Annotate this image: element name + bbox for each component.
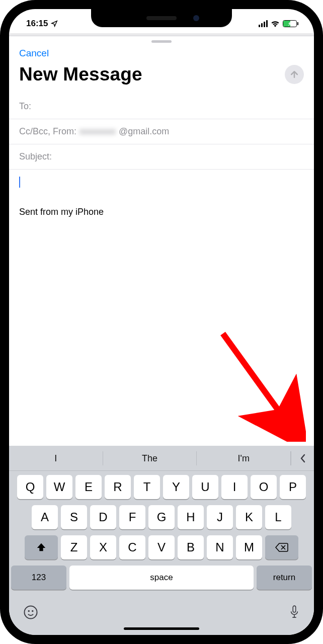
- numeric-key[interactable]: 123: [11, 566, 66, 590]
- text-cursor: [19, 177, 20, 188]
- volume-down-button: [0, 179, 1, 214]
- from-address-domain: @gmail.com: [119, 126, 169, 137]
- compose-title: New Message: [19, 64, 142, 85]
- key-d[interactable]: D: [90, 505, 116, 529]
- key-b[interactable]: B: [178, 535, 204, 559]
- cc-bcc-from-field[interactable]: Cc/Bcc, From: xxxxxxxx@gmail.com: [9, 119, 314, 144]
- predictive-collapse-button[interactable]: [291, 451, 314, 465]
- home-indicator[interactable]: [124, 627, 199, 630]
- signal-icon: [259, 20, 268, 27]
- svg-line-0: [223, 334, 288, 424]
- to-label: To:: [19, 101, 31, 112]
- key-y[interactable]: Y: [163, 475, 189, 499]
- status-time: 16:15: [26, 19, 48, 29]
- key-k[interactable]: K: [236, 505, 262, 529]
- key-q[interactable]: Q: [17, 475, 43, 499]
- delete-key[interactable]: [265, 535, 298, 559]
- send-button[interactable]: [285, 65, 304, 84]
- keyboard-bottom-row: [9, 598, 314, 621]
- return-key[interactable]: return: [257, 566, 312, 590]
- key-row-1: Q W E R T Y U I O P: [11, 475, 312, 499]
- key-j[interactable]: J: [207, 505, 233, 529]
- key-m[interactable]: M: [236, 535, 262, 559]
- backspace-icon: [275, 542, 288, 552]
- key-t[interactable]: T: [134, 475, 160, 499]
- signature-text: Sent from my iPhone: [19, 207, 304, 217]
- shift-key[interactable]: [25, 535, 58, 559]
- key-s[interactable]: S: [61, 505, 87, 529]
- key-i[interactable]: I: [221, 475, 248, 499]
- keyboard: I The I'm Q W E R T Y U I O P: [9, 446, 314, 635]
- key-l[interactable]: L: [265, 505, 291, 529]
- phone-frame: 16:15 ⚡︎ Cancel New Message To:: [0, 0, 323, 644]
- key-row-3: Z X C V B N M: [11, 535, 312, 559]
- key-w[interactable]: W: [46, 475, 72, 499]
- svg-point-1: [25, 606, 37, 619]
- prediction-3[interactable]: I'm: [197, 451, 291, 465]
- key-u[interactable]: U: [192, 475, 218, 499]
- message-body[interactable]: Sent from my iPhone: [9, 170, 314, 224]
- to-field[interactable]: To:: [9, 94, 314, 119]
- key-o[interactable]: O: [251, 475, 277, 499]
- key-g[interactable]: G: [148, 505, 175, 529]
- cc-bcc-from-label: Cc/Bcc, From:: [19, 126, 76, 137]
- key-c[interactable]: C: [119, 535, 145, 559]
- arrow-up-icon: [289, 69, 299, 79]
- volume-up-button: [0, 133, 1, 169]
- chevron-left-icon: [300, 454, 306, 463]
- shift-icon: [36, 542, 47, 553]
- predictive-bar: I The I'm: [9, 446, 314, 471]
- key-p[interactable]: P: [280, 475, 306, 499]
- svg-rect-4: [293, 606, 296, 612]
- notch: [91, 9, 232, 27]
- subject-label: Subject:: [19, 151, 52, 162]
- mute-switch: [0, 101, 1, 118]
- dictation-button[interactable]: [289, 605, 300, 621]
- key-row-2: A S D F G H J K L: [11, 505, 312, 529]
- key-e[interactable]: E: [75, 475, 102, 499]
- key-h[interactable]: H: [178, 505, 204, 529]
- wifi-icon: [271, 20, 280, 27]
- key-v[interactable]: V: [148, 535, 175, 559]
- emoji-button[interactable]: [23, 605, 38, 621]
- prediction-1[interactable]: I: [9, 451, 103, 465]
- annotation-arrow: [210, 326, 306, 442]
- space-key[interactable]: space: [69, 566, 254, 590]
- key-r[interactable]: R: [105, 475, 131, 499]
- key-n[interactable]: N: [207, 535, 233, 559]
- subject-field[interactable]: Subject:: [9, 144, 314, 170]
- location-icon: [51, 20, 58, 27]
- key-z[interactable]: Z: [61, 535, 87, 559]
- emoji-icon: [23, 605, 38, 620]
- key-a[interactable]: A: [32, 505, 58, 529]
- from-address-hidden: xxxxxxxx: [79, 126, 116, 137]
- svg-point-2: [29, 611, 30, 612]
- microphone-icon: [289, 605, 300, 620]
- cancel-button[interactable]: Cancel: [19, 48, 49, 59]
- compose-sheet: Cancel New Message To: Cc/Bcc, From: xxx…: [9, 40, 314, 224]
- battery-icon: ⚡︎: [283, 20, 297, 27]
- key-row-4: 123 space return: [11, 566, 312, 590]
- key-x[interactable]: X: [90, 535, 116, 559]
- sheet-background-peek: [9, 33, 314, 36]
- prediction-2[interactable]: The: [103, 451, 197, 465]
- key-f[interactable]: F: [119, 505, 145, 529]
- svg-point-3: [32, 611, 33, 612]
